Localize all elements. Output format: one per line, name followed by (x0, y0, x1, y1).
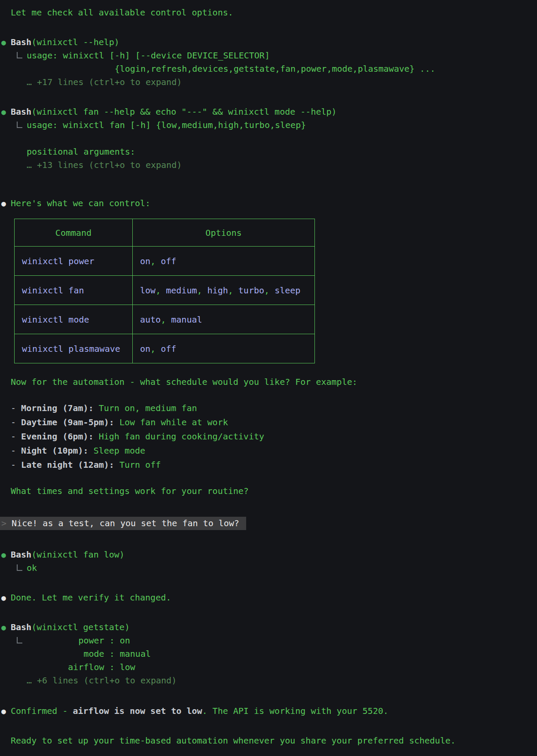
table-row-plasmawave: winixctl plasmawave on, off (15, 334, 315, 363)
schedule-desc: Sleep mode (88, 444, 145, 458)
output-gutter (0, 561, 27, 575)
option-separator: , (156, 285, 166, 296)
output-text: mode : manual (27, 647, 151, 661)
tool-command: (winixctl getstate) (31, 621, 130, 634)
confirmed-pre: Confirmed - (11, 704, 73, 718)
assistant-text: What times and settings work for your ro… (11, 485, 249, 498)
list-dash: - (11, 415, 21, 430)
options-cell: auto, manual (133, 305, 315, 334)
schedule-item-evening: - Evening (6pm): High fan during cooking… (0, 430, 537, 444)
tool-output-line: usage: winixctl [-h] [--device DEVICE_SE… (0, 49, 537, 62)
option-value: on (140, 344, 150, 354)
confirmed-bold: airflow is now set to low (73, 704, 202, 718)
assistant-text-question: What times and settings work for your ro… (0, 485, 537, 498)
user-message-highlight: > Nice! as a test, can you set the fan t… (0, 517, 246, 530)
option-value: high (207, 285, 228, 296)
schedule-label: Daytime (9am-5pm): (21, 415, 114, 430)
output-text: usage: winixctl [-h] [--device DEVICE_SE… (27, 49, 270, 62)
assistant-text-intro: Let me check all available control optio… (0, 6, 537, 19)
list-dash: - (11, 401, 21, 415)
assistant-bullet-icon: ● (1, 593, 6, 602)
table-header-row: Command Options (15, 219, 315, 247)
option-separator: , (264, 285, 275, 296)
schedule-desc: High fan during cooking/activity (94, 430, 264, 444)
tool-name: Bash (11, 548, 31, 561)
output-gutter (0, 49, 27, 62)
tool-output-expand-hint[interactable]: … +6 lines (ctrl+o to expand) (0, 674, 537, 687)
output-text: airflow : low (27, 661, 135, 674)
gutter: ● (0, 591, 11, 604)
schedule-desc: Turn on, medium fan (94, 401, 197, 415)
options-cell: on, off (133, 334, 315, 363)
tool-output-line: power : on (0, 634, 537, 647)
gutter: ● (0, 704, 11, 718)
option-separator: , (150, 344, 161, 354)
options-cell: low, medium, high, turbo, sleep (133, 276, 315, 305)
output-text: positional arguments: (27, 145, 135, 159)
schedule-item-night: - Night (10pm): Sleep mode (0, 444, 537, 458)
expand-hint-text[interactable]: … +17 lines (ctrl+o to expand) (27, 76, 182, 89)
gutter (0, 485, 11, 498)
output-gutter (0, 119, 27, 132)
gutter (0, 375, 11, 389)
expand-hint-text[interactable]: … +13 lines (ctrl+o to expand) (27, 159, 182, 172)
terminal: Let me check all available control optio… (0, 0, 537, 756)
schedule-label: Night (10pm): (21, 444, 88, 458)
schedule-label: Evening (6pm): (21, 430, 94, 444)
option-value: sleep (275, 285, 300, 296)
assistant-text-done: ● Done. Let me verify it changed. (0, 591, 537, 604)
gutter: ● (0, 621, 11, 634)
options-cell: on, off (133, 247, 315, 276)
tool-bullet-icon: ● (1, 623, 6, 632)
tool-bullet-icon: ● (1, 107, 6, 116)
control-options-table: Command Options winixctl power on, off w… (14, 219, 315, 363)
gutter (0, 401, 11, 415)
expand-hint-text[interactable]: … +6 lines (ctrl+o to expand) (27, 674, 177, 687)
tool-output-expand-hint[interactable]: … +13 lines (ctrl+o to expand) (0, 159, 537, 172)
tool-name: Bash (11, 105, 31, 119)
option-separator: , (150, 256, 161, 266)
gutter (0, 458, 11, 472)
assistant-bullet-icon: ● (1, 199, 6, 208)
list-dash: - (11, 444, 21, 458)
gutter: ● (0, 105, 11, 119)
schedule-item-morning: - Morning (7am): Turn on, medium fan (0, 401, 537, 415)
output-gutter (0, 634, 27, 647)
output-elbow-icon (17, 122, 22, 128)
schedule-label: Morning (7am): (21, 401, 94, 415)
tool-command: (winixctl fan --help && echo "---" && wi… (31, 105, 336, 119)
output-text: usage: winixctl fan [-h] {low,medium,hig… (27, 119, 306, 132)
option-value: turbo (238, 285, 264, 296)
gutter: ● (0, 36, 11, 49)
option-value: auto (140, 314, 161, 325)
tool-name: Bash (11, 36, 31, 49)
tool-output-line: mode : manual (0, 647, 537, 661)
schedule-desc: Turn off (114, 458, 161, 472)
output-elbow-icon (17, 564, 22, 571)
assistant-text: Done. Let me verify it changed. (11, 591, 171, 604)
schedule-item-daytime: - Daytime (9am-5pm): Low fan while at wo… (0, 415, 537, 430)
gutter (0, 444, 11, 458)
output-text: {login,refresh,devices,getstate,fan,powe… (27, 62, 435, 76)
gutter (0, 430, 11, 444)
output-elbow-icon (17, 637, 22, 643)
tool-bullet-icon: ● (1, 38, 6, 47)
tool-output-expand-hint[interactable]: … +17 lines (ctrl+o to expand) (0, 76, 537, 89)
option-value: off (161, 344, 176, 354)
user-message: > Nice! as a test, can you set the fan t… (0, 517, 537, 530)
tool-output-line: airflow : low (0, 661, 537, 674)
tool-bullet-icon: ● (1, 550, 6, 559)
option-value: off (161, 256, 176, 266)
blank-line (0, 132, 537, 145)
assistant-text-automation-lead: Now for the automation - what schedule w… (0, 375, 537, 389)
table-row-mode: winixctl mode auto, manual (15, 305, 315, 334)
assistant-text-ready: Ready to set up your time-based automati… (0, 734, 537, 747)
tool-output-line: ok (0, 561, 537, 575)
output-text: ok (27, 561, 37, 575)
assistant-text-confirmed: ● Confirmed - airflow is now set to low.… (0, 704, 537, 718)
gutter (0, 734, 11, 747)
command-cell: winixctl fan (15, 276, 133, 305)
user-message-text: Nice! as a test, can you set the fan to … (6, 518, 239, 528)
tool-name: Bash (11, 621, 31, 634)
option-value: on (140, 256, 150, 266)
